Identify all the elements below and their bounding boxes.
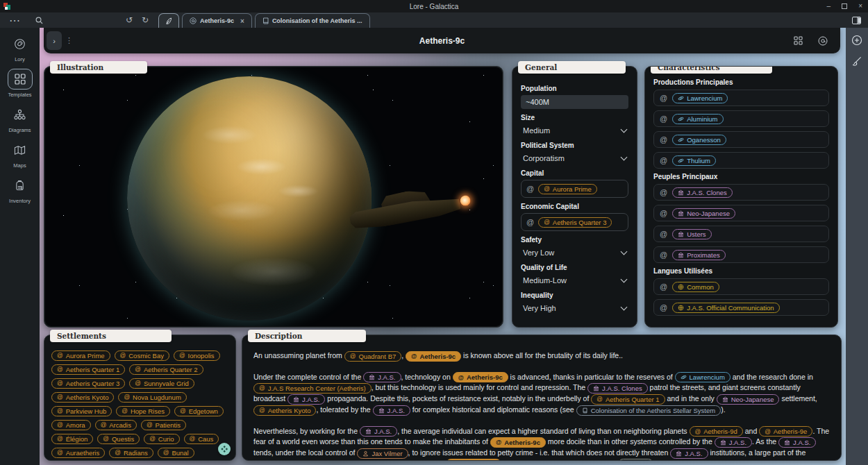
- ref-chip-ionopolis[interactable]: @Ionopolis: [174, 350, 220, 361]
- ref-chip-aetheris-quarter-3[interactable]: @Aetheris Quarter 3: [538, 217, 612, 228]
- panel-toggle-icon[interactable]: [850, 12, 862, 28]
- population-input[interactable]: [521, 95, 628, 109]
- ref-chip-neo-japanese[interactable]: Neo-Japanese: [672, 208, 735, 219]
- characteristic-row[interactable]: @Aluminium: [653, 110, 829, 127]
- characteristic-row[interactable]: @Usters: [653, 226, 829, 242]
- ref-chip-aetheris-quarter-3[interactable]: @Aetheris Quarter 3: [51, 378, 125, 389]
- ref-chip-amora[interactable]: @Amora: [51, 420, 91, 430]
- ref-chip-cosmic-bay[interactable]: @Cosmic Bay: [115, 350, 169, 361]
- characteristic-row[interactable]: @Thulium: [653, 152, 829, 169]
- undo-icon[interactable]: ↺: [124, 12, 135, 28]
- ref-chip-common[interactable]: Common: [672, 282, 719, 292]
- ref-chip-lawrencium[interactable]: Lawrencium: [672, 93, 728, 103]
- capital-ref-field[interactable]: @@Aurora Prime: [521, 180, 628, 198]
- characteristic-row[interactable]: @Lawrencium: [653, 90, 829, 106]
- close-button[interactable]: ×: [858, 0, 862, 12]
- ref-chip-patientis[interactable]: @Patientis: [141, 420, 186, 430]
- redo-icon[interactable]: ↻: [140, 12, 151, 28]
- characteristic-row[interactable]: @Neo-Japanese: [653, 205, 829, 221]
- ref-chip-parkview-hub[interactable]: @Parkview Hub: [51, 406, 112, 416]
- ref-chip-j-a-s[interactable]: J.A.S.: [363, 372, 401, 382]
- ref-chip-aetheris-quarter-1[interactable]: @Aetheris Quarter 1: [591, 394, 665, 405]
- ref-chip-jax-vilmer[interactable]: Jax Vilmer: [357, 448, 408, 459]
- ref-chip-j-a-s-research-center-aetheris[interactable]: @J.A.S Research Center (Aetheris): [253, 383, 372, 394]
- ref-chip-sunnyvale-grid[interactable]: @Sunnyvale Grid: [129, 378, 194, 389]
- grid-view-icon[interactable]: [794, 36, 803, 45]
- ref-chip-aetheris-9c[interactable]: @Aetheris-9c: [490, 437, 546, 448]
- tab-aetheris-9c[interactable]: Aetheris-9c ×: [182, 13, 252, 28]
- safety-select[interactable]: Very Low: [521, 246, 628, 259]
- ref-chip-questis[interactable]: @Questis: [97, 434, 140, 444]
- sidebar-item-inventory[interactable]: Inventory: [0, 175, 40, 204]
- ref-chip-thulium[interactable]: Thulium: [672, 155, 716, 166]
- ref-chip-j-a-s[interactable]: J.A.S.: [287, 394, 325, 405]
- ref-chip-pkp-3[interactable]: *PKP-3: [618, 459, 653, 460]
- ref-chip-quadrant-b7[interactable]: @Quadrant B7: [344, 351, 402, 362]
- characteristic-row[interactable]: @J.A.S. Official Communication: [653, 299, 829, 316]
- ref-chip-aurora-prime[interactable]: @Aurora Prime: [538, 184, 597, 194]
- ref-chip-j-a-s[interactable]: J.A.S.: [360, 426, 397, 437]
- ref-chip-nova-lugdunum[interactable]: @Nova Lugdunum: [118, 392, 186, 403]
- search-icon[interactable]: [33, 12, 45, 28]
- sidebar-item-templates[interactable]: Templates: [0, 69, 40, 98]
- minimize-button[interactable]: –: [827, 0, 831, 12]
- ref-chip-hope-rises[interactable]: @Hope Rises: [116, 406, 170, 416]
- ref-chip-colonisation-of-the-aetheris-stellar-system[interactable]: Colonisation of the Aetheris Stellar Sys…: [576, 405, 721, 416]
- ref-chip-usters[interactable]: Usters: [672, 229, 711, 239]
- randomize-button[interactable]: [218, 443, 231, 455]
- ref-chip-proximates[interactable]: Proximates: [672, 250, 726, 260]
- add-circle-icon[interactable]: [850, 33, 864, 47]
- ref-chip-neo-japanese[interactable]: Neo-Japanese: [717, 394, 780, 405]
- ref-chip-aetheris-kyoto[interactable]: @Aetheris Kyoto: [51, 392, 114, 403]
- ref-chip-edgetown[interactable]: @Edgetown: [174, 406, 224, 416]
- tab-quill[interactable]: [158, 13, 179, 28]
- ref-chip-curio[interactable]: @Curio: [144, 434, 179, 444]
- economic-capital-ref-field[interactable]: @@Aetheris Quarter 3: [521, 213, 628, 231]
- ref-chip-bunal[interactable]: @Bunal: [158, 448, 194, 458]
- ref-chip-aetheris-9d[interactable]: @Aetheris-9d: [690, 426, 743, 437]
- tab-colonisation[interactable]: Colonisation of the Aetheris ...: [255, 13, 370, 28]
- ref-chip-aetheris-quarter-1[interactable]: @Aetheris Quarter 1: [51, 364, 125, 375]
- inequality-select[interactable]: Very High: [521, 302, 628, 314]
- sidebar-item-lory[interactable]: Lory: [0, 33, 40, 62]
- ref-chip-aurora-prime[interactable]: @Aurora Prime: [51, 350, 110, 361]
- ref-chip-oganesson[interactable]: Oganesson: [672, 135, 726, 145]
- size-select[interactable]: Medium: [521, 124, 628, 137]
- sidebar-item-diagrams[interactable]: Diagrams: [0, 104, 40, 133]
- ref-chip-j-a-s-clones[interactable]: J.A.S. Clones: [587, 383, 648, 394]
- ref-chip-aetheris-9c[interactable]: @Aetheris-9c: [453, 372, 508, 382]
- more-dots-icon[interactable]: ⋯: [8, 12, 21, 28]
- ref-chip-aetheris-quarter-2[interactable]: @Aetheris Quarter 2: [129, 364, 203, 375]
- quality-of-life-select[interactable]: Medium-Low: [521, 274, 628, 287]
- ref-chip-aluminium[interactable]: Aluminium: [672, 114, 723, 124]
- tab-close-icon[interactable]: ×: [240, 17, 244, 25]
- ref-chip-j-a-s[interactable]: J.A.S.: [373, 405, 410, 416]
- ref-chip-lawrencium[interactable]: Lawrencium: [675, 372, 731, 382]
- political-system-select[interactable]: Corporatism: [521, 152, 628, 164]
- drag-handle-icon[interactable]: ⋮: [65, 36, 73, 45]
- ref-chip-arcadis[interactable]: @Arcadis: [95, 420, 137, 430]
- brush-icon[interactable]: [850, 54, 864, 68]
- ref-chip-j-a-s[interactable]: J.A.S.: [778, 437, 816, 448]
- ref-chip-j-a-s[interactable]: J.A.S.: [715, 437, 752, 448]
- ref-chip-l-gion[interactable]: @Élégion: [51, 434, 93, 444]
- characteristic-row[interactable]: @Oganesson: [653, 131, 829, 148]
- ref-chip-aetheris-9c[interactable]: @Aetheris-9c: [406, 351, 461, 362]
- characteristic-row[interactable]: @Proximates: [653, 246, 829, 263]
- ref-chip-auraetheris[interactable]: @Auraetheris: [51, 448, 105, 458]
- collapse-chevron-icon[interactable]: ›: [47, 31, 62, 50]
- ref-chip-aetheris-9e[interactable]: @Aetheris-9e: [759, 426, 812, 437]
- ref-chip-radians[interactable]: @Radians: [109, 448, 153, 458]
- maximize-button[interactable]: [842, 3, 847, 9]
- sidebar-item-maps[interactable]: Maps: [0, 140, 40, 169]
- characteristic-row[interactable]: @J.A.S. Clones: [653, 184, 829, 201]
- ref-chip-j-a-s-clones[interactable]: J.A.S. Clones: [672, 187, 733, 198]
- ref-chip-aetheris-kyoto[interactable]: @Aetheris Kyoto: [253, 405, 316, 416]
- ref-chip-aetheris-9c[interactable]: @Aetheris-9c: [446, 459, 501, 460]
- characteristic-row[interactable]: @Common: [653, 278, 829, 295]
- mention-icon[interactable]: [818, 36, 828, 46]
- ref-chip-caus[interactable]: @Caus: [184, 434, 219, 444]
- ref-chip-j-a-s[interactable]: J.A.S.: [670, 448, 708, 459]
- planet-illustration[interactable]: [45, 67, 502, 326]
- ref-chip-j-a-s-official-communication[interactable]: J.A.S. Official Communication: [672, 303, 779, 313]
